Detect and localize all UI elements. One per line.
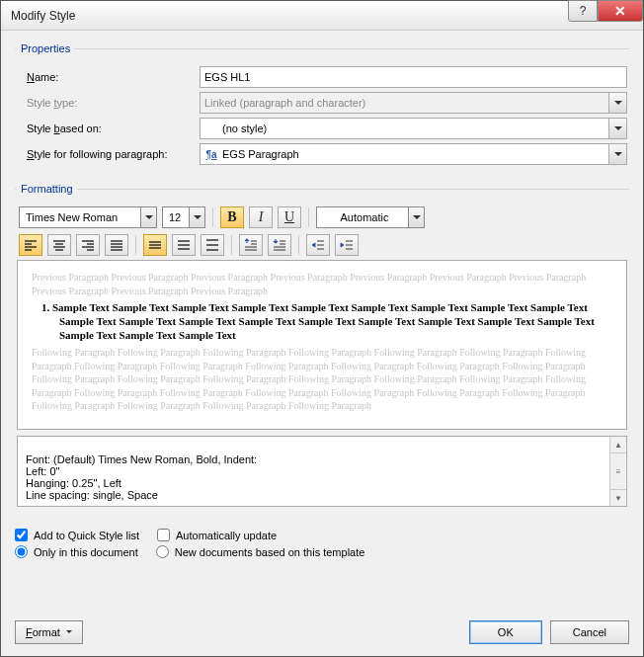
scrollbar[interactable]: ▲≡▼: [609, 437, 626, 506]
para-space-inc-button[interactable]: [239, 234, 263, 256]
name-input[interactable]: EGS HL1: [200, 66, 627, 88]
chevron-down-icon[interactable]: [608, 144, 626, 164]
description-box: Font: (Default) Times New Roman, Bold, I…: [17, 436, 627, 507]
cancel-button[interactable]: Cancel: [550, 620, 629, 644]
scroll-up-icon[interactable]: ▲: [610, 437, 626, 452]
formatting-group: Formatting Times New Roman 12 B I U Auto…: [15, 183, 629, 511]
help-button[interactable]: ?: [568, 0, 598, 22]
size-combo[interactable]: 12: [162, 206, 205, 228]
spacing-double-button[interactable]: [201, 234, 224, 256]
ok-button[interactable]: OK: [469, 620, 542, 644]
preview-previous: Previous Paragraph Previous Paragraph Pr…: [32, 271, 612, 297]
options-area: Add to Quick Style list Automatically up…: [15, 525, 629, 562]
align-center-button[interactable]: [47, 234, 71, 256]
para-space-dec-button[interactable]: [268, 234, 291, 256]
chevron-down-icon[interactable]: [140, 207, 156, 227]
chevron-down-icon[interactable]: [189, 207, 204, 227]
font-combo[interactable]: Times New Roman: [19, 206, 157, 228]
align-right-button[interactable]: [76, 234, 100, 256]
basedon-dropdown[interactable]: (no style): [200, 118, 627, 139]
properties-group: Properties Name: EGS HL1 Style type: Lin…: [15, 42, 629, 173]
name-label: Name:: [17, 71, 200, 83]
chevron-down-icon[interactable]: [408, 207, 424, 227]
chevron-down-icon[interactable]: [608, 119, 626, 138]
styletype-label: Style type:: [17, 97, 200, 109]
spacing-single-button[interactable]: [143, 234, 167, 256]
titlebar: Modify Style ? ✕: [1, 1, 643, 31]
properties-legend: Properties: [17, 42, 74, 54]
underline-button[interactable]: U: [278, 206, 301, 228]
styletype-dropdown: Linked (paragraph and character): [200, 92, 627, 114]
autoupdate-checkbox[interactable]: Automatically update: [157, 529, 277, 541]
align-justify-button[interactable]: [105, 234, 128, 256]
chevron-down-icon: [608, 93, 626, 113]
close-button[interactable]: ✕: [598, 0, 643, 22]
paragraph-icon: ¶a: [204, 149, 218, 160]
spacing-15-button[interactable]: [172, 234, 196, 256]
indent-decrease-button[interactable]: [306, 234, 330, 256]
window-title: Modify Style: [11, 9, 75, 23]
color-combo[interactable]: Automatic: [316, 206, 425, 228]
formatting-legend: Formatting: [17, 183, 77, 195]
indent-increase-button[interactable]: [335, 234, 359, 256]
quickstyle-checkbox[interactable]: Add to Quick Style list: [15, 529, 139, 541]
following-dropdown[interactable]: ¶a EGS Paragraph: [200, 143, 627, 165]
italic-button[interactable]: I: [249, 206, 273, 228]
bold-button[interactable]: B: [220, 206, 244, 228]
preview-pane: Previous Paragraph Previous Paragraph Pr…: [17, 260, 627, 430]
only-this-doc-radio[interactable]: Only in this document: [15, 545, 138, 558]
modify-style-dialog: Modify Style ? ✕ Properties Name: EGS HL…: [0, 0, 644, 657]
following-label: Style for following paragraph:: [17, 148, 200, 160]
basedon-label: Style based on:: [17, 123, 200, 134]
scroll-down-icon[interactable]: ▼: [610, 490, 626, 506]
preview-sample: 1. Sample Text Sample Text Sample Text S…: [32, 301, 612, 342]
new-docs-radio[interactable]: New documents based on this template: [156, 545, 365, 558]
align-left-button[interactable]: [19, 234, 42, 256]
format-button[interactable]: Format: [15, 620, 83, 644]
preview-following: Following Paragraph Following Paragraph …: [32, 346, 612, 413]
